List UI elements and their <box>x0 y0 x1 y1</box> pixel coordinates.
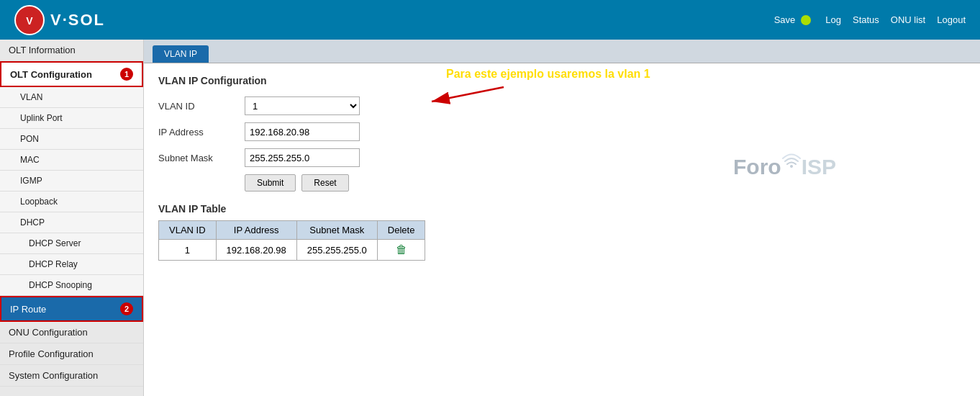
wifi-icon <box>781 153 802 174</box>
sidebar-item-olt-configuration[interactable]: OLT Configuration 1 <box>0 61 143 87</box>
ip-address-input[interactable] <box>245 122 360 141</box>
sidebar-item-label: Loopback <box>20 197 58 207</box>
header-right: Save Log Status ONU list Logout <box>774 14 966 25</box>
arrow-annotation <box>425 84 511 107</box>
sidebar-item-label: DHCP Snooping <box>29 280 92 290</box>
sidebar-item-label: Uplink Port <box>20 113 63 123</box>
sidebar-item-label: Profile Configuration <box>9 348 94 359</box>
svg-line-3 <box>432 87 504 102</box>
cell-delete: 🗑 <box>377 240 425 261</box>
section-title: VLAN IP Configuration <box>158 75 425 86</box>
sidebar-item-mac[interactable]: MAC <box>0 150 143 171</box>
vlan-id-label: VLAN ID <box>158 101 245 112</box>
col-ip-address: IP Address <box>216 221 296 240</box>
save-status-dot <box>801 15 811 25</box>
logo-area: V V·SOL <box>14 5 105 35</box>
log-link[interactable]: Log <box>825 14 841 25</box>
ip-address-row: IP Address <box>158 122 425 141</box>
sidebar-item-onu-configuration[interactable]: ONU Configuration <box>0 322 143 343</box>
sidebar-item-label: VLAN <box>20 92 42 102</box>
annotation-area: Para este ejemplo usaremos la vlan 1 <box>403 68 650 107</box>
main-content: VLAN IP VLAN IP Configuration VLAN ID 1 … <box>144 40 980 396</box>
sidebar-item-uplink-port[interactable]: Uplink Port <box>0 108 143 129</box>
onu-list-link[interactable]: ONU list <box>891 14 925 25</box>
submit-button[interactable]: Submit <box>245 174 296 192</box>
logo-text: V·SOL <box>50 11 105 30</box>
logout-link[interactable]: Logout <box>937 14 966 25</box>
sidebar-item-vlan[interactable]: VLAN <box>0 87 143 108</box>
subnet-mask-row: Subnet Mask <box>158 148 425 167</box>
sidebar-item-label: ONU Configuration <box>9 327 88 338</box>
sidebar-item-igmp[interactable]: IGMP <box>0 171 143 192</box>
cell-subnet-mask: 255.255.255.0 <box>296 240 377 261</box>
subnet-mask-input[interactable] <box>245 148 360 167</box>
sidebar-item-label: OLT Configuration <box>10 69 92 80</box>
delete-row-button[interactable]: 🗑 <box>396 243 407 256</box>
sidebar-item-label: DHCP Server <box>29 238 81 248</box>
tab-vlan-ip[interactable]: VLAN IP <box>153 45 209 63</box>
vlan-ip-table: VLAN ID IP Address Subnet Mask Delete 1 … <box>158 220 425 261</box>
header-nav: Log Status ONU list Logout <box>825 14 966 25</box>
ip-address-label: IP Address <box>158 127 245 138</box>
header: V V·SOL Save Log Status ONU list Logout <box>0 0 980 40</box>
sidebar-item-label: OLT Information <box>9 45 76 55</box>
table-section-title: VLAN IP Table <box>158 203 425 215</box>
sidebar-item-dhcp-server[interactable]: DHCP Server <box>0 233 143 254</box>
sidebar-item-label: MAC <box>20 155 40 165</box>
badge-1: 1 <box>120 68 133 81</box>
sidebar-item-label: DHCP Relay <box>29 259 78 269</box>
vlan-id-select[interactable]: 1 <box>245 96 360 115</box>
watermark-isp: ISP <box>802 155 836 179</box>
sidebar-item-profile-configuration[interactable]: Profile Configuration <box>0 343 143 365</box>
reset-button[interactable]: Reset <box>301 174 348 192</box>
status-link[interactable]: Status <box>853 14 879 25</box>
badge-2: 2 <box>120 302 133 315</box>
annotation-text: Para este ejemplo usaremos la vlan 1 <box>446 68 650 81</box>
sidebar-item-label: DHCP <box>20 217 45 228</box>
config-section: VLAN IP Configuration VLAN ID 1 IP Addre… <box>158 75 425 261</box>
sidebar-item-pon[interactable]: PON <box>0 129 143 150</box>
cell-ip-address: 192.168.20.98 <box>216 240 296 261</box>
sidebar-item-system-configuration[interactable]: System Configuration <box>0 365 143 387</box>
sidebar-item-dhcp-relay[interactable]: DHCP Relay <box>0 254 143 275</box>
sidebar: OLT Information OLT Configuration 1 VLAN… <box>0 40 144 396</box>
main-layout: OLT Information OLT Configuration 1 VLAN… <box>0 40 980 396</box>
sidebar-item-label: PON <box>20 134 39 144</box>
cell-vlan-id: 1 <box>159 240 217 261</box>
sidebar-item-label: IGMP <box>20 176 42 186</box>
svg-text:V: V <box>26 15 33 27</box>
col-vlan-id: VLAN ID <box>159 221 217 240</box>
col-delete: Delete <box>377 221 425 240</box>
sidebar-item-loopback[interactable]: Loopback <box>0 192 143 212</box>
sidebar-item-label: IP Route <box>10 304 46 315</box>
save-label[interactable]: Save <box>774 14 796 25</box>
save-area: Save <box>774 14 812 25</box>
tab-bar: VLAN IP <box>144 40 980 63</box>
content-area: VLAN IP Configuration VLAN ID 1 IP Addre… <box>144 63 980 272</box>
subnet-mask-label: Subnet Mask <box>158 153 245 163</box>
foroisp-watermark: Foro ISP <box>733 155 836 179</box>
sidebar-item-dhcp[interactable]: DHCP <box>0 212 143 233</box>
vlan-id-row: VLAN ID 1 <box>158 96 425 115</box>
sidebar-item-dhcp-snooping[interactable]: DHCP Snooping <box>0 275 143 296</box>
col-subnet-mask: Subnet Mask <box>296 221 377 240</box>
button-row: Submit Reset <box>245 174 425 192</box>
vsol-logo-icon: V <box>14 5 45 35</box>
sidebar-item-label: System Configuration <box>9 370 98 381</box>
table-row: 1 192.168.20.98 255.255.255.0 🗑 <box>159 240 425 261</box>
watermark-foro: Foro <box>733 155 781 179</box>
sidebar-item-ip-route[interactable]: IP Route 2 <box>0 296 143 322</box>
sidebar-item-olt-information[interactable]: OLT Information <box>0 40 143 61</box>
